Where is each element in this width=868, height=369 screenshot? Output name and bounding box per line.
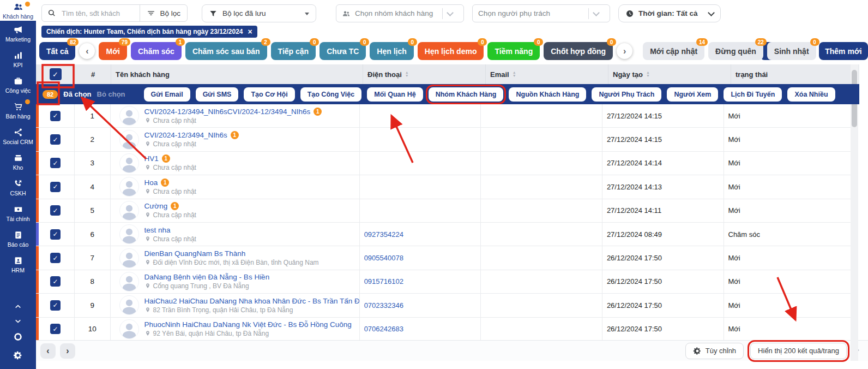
row-checkbox[interactable]: ✓ bbox=[50, 229, 61, 240]
table-row: ✓10PhuocNinh HaiChau DaNang Nk Việt Đức … bbox=[36, 318, 851, 341]
bulk-action-relationship-button[interactable]: Mối Quan Hệ bbox=[367, 87, 423, 102]
row-checkbox[interactable]: ✓ bbox=[50, 205, 61, 216]
sidebar-item-kpi[interactable]: KPI bbox=[0, 46, 36, 72]
created-date-cell: 26/12/2024 17:50 bbox=[602, 246, 724, 269]
filter-tab-dont-forget[interactable]: Đừng quên22 bbox=[708, 42, 763, 60]
row-checkbox[interactable]: ✓ bbox=[50, 253, 61, 263]
sort-icon[interactable]: ▲▼ bbox=[405, 71, 409, 78]
avatar bbox=[119, 130, 139, 150]
next-page-button[interactable]: › bbox=[60, 343, 75, 359]
tab-scroll-left-button[interactable]: ‹ bbox=[79, 43, 95, 59]
filter-button-label: Bộ lọc bbox=[160, 9, 180, 17]
sidebar-item-marketing[interactable]: Marketing bbox=[0, 21, 36, 46]
time-filter-dropdown[interactable]: Thời gian: Tất cả bbox=[618, 4, 721, 22]
bulk-action-create-task-button[interactable]: Tạo Công Việc bbox=[300, 87, 362, 102]
sidebar-help-button[interactable] bbox=[0, 332, 36, 342]
sidebar-item-reports[interactable]: Báo cáo bbox=[0, 226, 36, 252]
select-all-checkbox[interactable]: ✓ bbox=[50, 68, 62, 80]
bulk-action-route-schedule-button[interactable]: Lịch Đi Tuyến bbox=[724, 87, 782, 102]
customer-group-select[interactable]: Chọn nhóm khách hàng bbox=[336, 4, 464, 22]
sidebar-item-finance[interactable]: Tài chính bbox=[0, 200, 36, 226]
customer-name-link[interactable]: Cường bbox=[144, 202, 168, 210]
add-new-button[interactable]: Thêm mới bbox=[819, 42, 868, 60]
row-checkbox[interactable]: ✓ bbox=[50, 158, 61, 168]
customize-columns-button[interactable]: Tùy chỉnh bbox=[685, 343, 744, 359]
bulk-action-customer-group-button[interactable]: Nhóm Khách Hàng bbox=[429, 87, 504, 102]
sort-icon[interactable]: ▲▼ bbox=[646, 71, 650, 78]
row-checkbox[interactable]: ✓ bbox=[50, 324, 61, 334]
customer-name-link[interactable]: CVI/2024-12/3494_NIh6s bbox=[144, 131, 227, 139]
row-checkbox[interactable]: ✓ bbox=[50, 111, 61, 121]
row-checkbox[interactable]: ✓ bbox=[50, 300, 61, 311]
sidebar-item-hrm[interactable]: HRM bbox=[0, 252, 36, 277]
bulk-action-customer-source-button[interactable]: Nguồn Khách Hàng bbox=[509, 87, 586, 102]
bulk-action-send-email-button[interactable]: Gửi Email bbox=[144, 87, 190, 102]
row-checkbox[interactable]: ✓ bbox=[50, 276, 61, 287]
status-tab-appointment[interactable]: Hẹn lịch0 bbox=[370, 42, 413, 60]
sidebar-settings-button[interactable] bbox=[0, 350, 36, 360]
created-date-cell: 27/12/2024 14:14 bbox=[602, 152, 724, 175]
status-tab-deal-closed[interactable]: Chốt hợp đồng0 bbox=[544, 42, 613, 60]
customer-name-link[interactable]: DienBan QuangNam Bs Thành bbox=[144, 249, 246, 258]
status-tab-demo-appointment[interactable]: Hẹn lịch demo0 bbox=[418, 42, 484, 60]
row-checkbox[interactable]: ✓ bbox=[50, 182, 61, 192]
sidebar-item-cskh[interactable]: CSKH bbox=[0, 175, 36, 200]
sidebar-item-warehouse[interactable]: Kho bbox=[0, 149, 36, 175]
campaign-tag-close-icon[interactable]: × bbox=[248, 27, 252, 36]
sidebar-collapse-up-button[interactable] bbox=[0, 301, 36, 311]
customer-name-link[interactable]: HaiChau2 HaiChau DaNang Nha khoa Nhân Đứ… bbox=[144, 297, 359, 305]
customer-name-link[interactable]: HV1 bbox=[144, 154, 159, 163]
search-box[interactable] bbox=[42, 9, 140, 18]
sort-icon[interactable]: ▲▼ bbox=[513, 71, 516, 78]
bulk-action-send-sms-button[interactable]: Gửi SMS bbox=[196, 87, 239, 102]
bulk-action-bulk-delete-button[interactable]: Xóa Nhiều bbox=[787, 87, 835, 102]
filter-tab-birthday[interactable]: Sinh nhật0 bbox=[767, 42, 816, 60]
filter-tab-recently-updated[interactable]: Mới cập nhật14 bbox=[643, 42, 704, 60]
status-tab-potential[interactable]: Tiềm năng0 bbox=[487, 42, 540, 60]
search-group: Bộ lọc bbox=[41, 4, 188, 22]
customer-name-link[interactable]: PhuocNinh HaiChau DaNang Nk Việt Đức - B… bbox=[144, 320, 352, 329]
search-input[interactable] bbox=[61, 9, 123, 18]
sidebar-item-label: Khách hàng bbox=[3, 14, 33, 20]
saved-filter-dropdown[interactable]: Bộ lọc đã lưu bbox=[202, 4, 316, 22]
created-date-cell: 27/12/2024 14:15 bbox=[602, 104, 724, 127]
customer-name-link[interactable]: DaNang Bệnh viện Đà Nẵng - Bs Hiền bbox=[144, 273, 270, 281]
row-checkbox[interactable]: ✓ bbox=[50, 134, 61, 145]
bulk-action-assignee-button[interactable]: Người Phụ Trách bbox=[592, 87, 661, 102]
deselect-button[interactable]: Bỏ chọn bbox=[97, 90, 125, 98]
phone-link[interactable]: 0927354224 bbox=[364, 230, 403, 239]
filter-lines-icon bbox=[147, 9, 155, 17]
column-header-label: Email bbox=[490, 70, 509, 79]
megaphone-icon bbox=[13, 25, 23, 35]
avatar bbox=[119, 272, 139, 291]
status-tab-all[interactable]: Tất cả82 bbox=[39, 42, 75, 60]
tab-scroll-right-button[interactable]: › bbox=[617, 43, 632, 59]
created-date-cell: 26/12/2024 17:50 bbox=[602, 294, 724, 317]
phone-cell: 0927354224 bbox=[359, 223, 481, 246]
status-tab-new[interactable]: Mới79 bbox=[99, 42, 127, 60]
bulk-action-create-opportunity-button[interactable]: Tạo Cơ Hội bbox=[244, 87, 294, 102]
sidebar-collapse-down-button[interactable] bbox=[0, 317, 36, 326]
page-size-button[interactable]: Hiển thị 200 kết quả/trang bbox=[750, 343, 847, 359]
sidebar-item-tasks[interactable]: Công việc bbox=[0, 72, 36, 98]
customer-name-link[interactable]: CVI/2024-12/3494_NIh6sCVI/2024-12/3494_N… bbox=[144, 108, 311, 116]
phone-link[interactable]: 0905540078 bbox=[364, 254, 403, 262]
phone-link[interactable]: 0706242683 bbox=[364, 325, 403, 333]
status-tab-care[interactable]: Chăm sóc1 bbox=[131, 42, 182, 60]
customer-name-link[interactable]: Hoa bbox=[144, 178, 158, 187]
phone-link[interactable]: 0702332346 bbox=[364, 301, 403, 310]
bulk-action-viewer-button[interactable]: Người Xem bbox=[667, 87, 718, 102]
assignee-select[interactable]: Chọn người phụ trách bbox=[472, 4, 610, 22]
sidebar-item-customers[interactable]: Khách hàng bbox=[0, 0, 36, 21]
filter-button[interactable]: Bộ lọc bbox=[140, 9, 187, 17]
status-tab-approach[interactable]: Tiếp cận0 bbox=[271, 42, 316, 60]
prev-page-button[interactable]: ‹ bbox=[40, 343, 56, 359]
created-date-cell: 27/12/2024 08:49 bbox=[602, 223, 724, 246]
customer-name-link[interactable]: test nha bbox=[144, 226, 171, 234]
sidebar-item-sales[interactable]: Bán hàng bbox=[0, 98, 36, 123]
status-tab-after-sales-care[interactable]: Chăm sóc sau bán2 bbox=[185, 42, 267, 60]
status-tab-not-reached[interactable]: Chưa TC0 bbox=[320, 42, 366, 60]
customer-cell: HV11Chưa cập nhật bbox=[110, 152, 359, 175]
sidebar-item-social-crm[interactable]: Social CRM bbox=[0, 123, 36, 149]
phone-link[interactable]: 0915716102 bbox=[364, 277, 403, 285]
